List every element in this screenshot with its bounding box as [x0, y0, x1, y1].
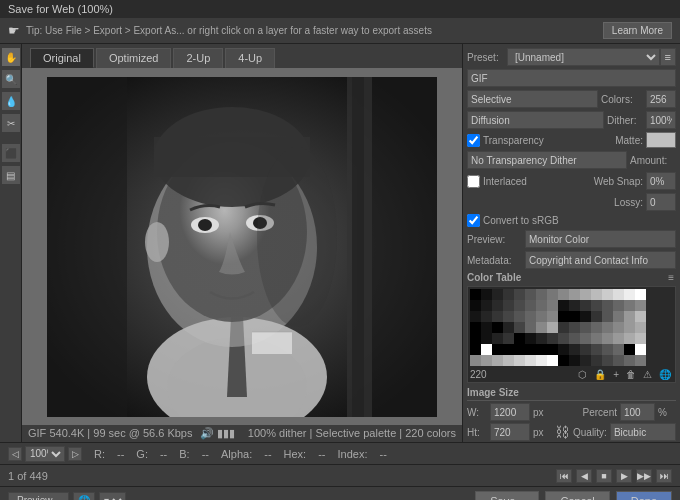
no-transparency-select[interactable]: No Transparency Dither	[467, 151, 627, 169]
preview-button[interactable]: Preview...	[8, 492, 69, 500]
color-cell[interactable]	[536, 311, 547, 322]
color-cell[interactable]	[514, 311, 525, 322]
percent-input[interactable]	[620, 403, 655, 421]
color-cell[interactable]	[525, 322, 536, 333]
color-cell[interactable]	[569, 300, 580, 311]
zoom-out-btn[interactable]: ◁	[8, 447, 22, 461]
color-cell[interactable]	[503, 322, 514, 333]
color-cell[interactable]	[481, 300, 492, 311]
tab-4up[interactable]: 4-Up	[225, 48, 275, 68]
color-cell[interactable]	[624, 322, 635, 333]
color-cell[interactable]	[503, 333, 514, 344]
stop-btn[interactable]: ■	[596, 469, 612, 483]
zoom-select[interactable]: 100%	[25, 446, 65, 462]
color-cell[interactable]	[503, 344, 514, 355]
color-cell[interactable]	[580, 300, 591, 311]
color-cell[interactable]	[503, 355, 514, 366]
color-cell[interactable]	[547, 322, 558, 333]
color-cell[interactable]	[613, 322, 624, 333]
color-cell[interactable]	[613, 300, 624, 311]
link-dimensions-icon[interactable]: ⛓	[554, 424, 570, 440]
color-cell[interactable]	[492, 333, 503, 344]
selective-select[interactable]: Selective	[467, 90, 598, 108]
color-cell[interactable]	[580, 311, 591, 322]
color-cell[interactable]	[481, 322, 492, 333]
color-cell[interactable]	[558, 311, 569, 322]
color-cell[interactable]	[613, 355, 624, 366]
color-cell[interactable]	[547, 355, 558, 366]
ct-web-btn[interactable]: 🌐	[657, 369, 673, 380]
color-cell[interactable]	[536, 300, 547, 311]
color-cell[interactable]	[602, 311, 613, 322]
color-cell[interactable]	[525, 355, 536, 366]
color-cell[interactable]	[613, 289, 624, 300]
color-cell[interactable]	[635, 333, 646, 344]
color-cell[interactable]	[514, 300, 525, 311]
color-cell[interactable]	[525, 300, 536, 311]
preview-select[interactable]: Monitor Color	[525, 230, 676, 248]
color-cell[interactable]	[635, 289, 646, 300]
color-cell[interactable]	[569, 289, 580, 300]
color-cell[interactable]	[492, 322, 503, 333]
color-cell[interactable]	[470, 311, 481, 322]
diffusion-select[interactable]: Diffusion	[467, 111, 604, 129]
color-cell[interactable]	[547, 344, 558, 355]
color-cell[interactable]	[591, 322, 602, 333]
color-cell[interactable]	[514, 333, 525, 344]
eyedropper-tool[interactable]: 💧	[2, 92, 20, 110]
color-cell[interactable]	[547, 311, 558, 322]
color-cell[interactable]	[602, 333, 613, 344]
ct-add-btn[interactable]: +	[611, 369, 621, 380]
color-cell[interactable]	[492, 311, 503, 322]
color-cell[interactable]	[470, 355, 481, 366]
last-frame-btn[interactable]: ⏭	[656, 469, 672, 483]
color-cell[interactable]	[481, 355, 492, 366]
color-cell[interactable]	[558, 333, 569, 344]
matte-color-swatch[interactable]	[646, 132, 676, 148]
color-cell[interactable]	[635, 355, 646, 366]
cancel-button[interactable]: Cancel	[545, 491, 609, 501]
dither-input[interactable]	[646, 111, 676, 129]
color-cell[interactable]	[591, 344, 602, 355]
color-cell[interactable]	[635, 322, 646, 333]
color-cell[interactable]	[481, 333, 492, 344]
color-cell[interactable]	[613, 311, 624, 322]
zoom-in-btn[interactable]: ▷	[68, 447, 82, 461]
color-cell[interactable]	[591, 355, 602, 366]
color-cell[interactable]	[492, 344, 503, 355]
color-cell[interactable]	[569, 322, 580, 333]
width-input[interactable]	[490, 403, 530, 421]
web-snap-input[interactable]	[646, 172, 676, 190]
browser-icon-btn[interactable]: 🌐	[73, 492, 95, 500]
color-cell[interactable]	[536, 355, 547, 366]
slice-tool[interactable]: ✂	[2, 114, 20, 132]
interlaced-checkbox[interactable]	[467, 175, 480, 188]
browser-select[interactable]: ▾	[99, 492, 126, 501]
color-cell[interactable]	[624, 344, 635, 355]
colors-input[interactable]	[646, 90, 676, 108]
preset-menu-button[interactable]: ≡	[660, 48, 676, 66]
color-cell[interactable]	[547, 300, 558, 311]
color-cell[interactable]	[558, 300, 569, 311]
color-cell[interactable]	[602, 322, 613, 333]
save-button[interactable]: Save...	[475, 491, 539, 501]
color-cell[interactable]	[613, 333, 624, 344]
color-cell[interactable]	[514, 289, 525, 300]
color-cell[interactable]	[492, 289, 503, 300]
color-cell[interactable]	[591, 289, 602, 300]
color-cell[interactable]	[602, 289, 613, 300]
color-cell[interactable]	[558, 355, 569, 366]
color-cell[interactable]	[569, 344, 580, 355]
color-cell[interactable]	[635, 344, 646, 355]
color-table-menu-btn[interactable]: ≡	[666, 272, 676, 283]
color-cell[interactable]	[580, 355, 591, 366]
color-cell[interactable]	[481, 344, 492, 355]
ct-delete-btn[interactable]: 🗑	[624, 369, 638, 380]
color-cell[interactable]	[558, 322, 569, 333]
convert-srgb-checkbox[interactable]	[467, 214, 480, 227]
color-cell[interactable]	[569, 355, 580, 366]
color-cell[interactable]	[591, 311, 602, 322]
color-cell[interactable]	[580, 333, 591, 344]
color-cell[interactable]	[470, 344, 481, 355]
color-cell[interactable]	[558, 344, 569, 355]
